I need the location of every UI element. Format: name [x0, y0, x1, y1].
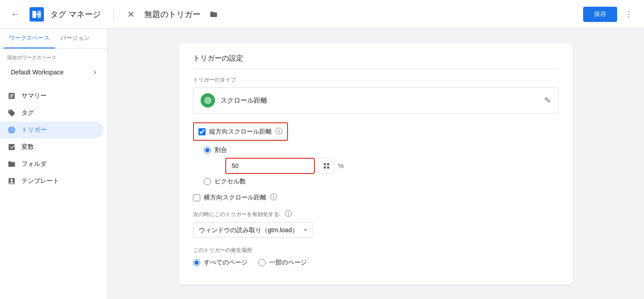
activate-dropdown[interactable]: ウィンドウの読み取り（gtm.load） DOM 読み取り完了（gtm.dom）… [193, 222, 313, 238]
header-divider [113, 9, 114, 20]
sidebar-item-label: タグ [21, 109, 34, 117]
vertical-scroll-label: 縦方向スクロール距離 [209, 128, 272, 136]
some-pages-radio-row: 一部のページ [258, 259, 307, 267]
chevron-icon: › [94, 67, 96, 77]
sidebar-item-label: フォルダ [21, 160, 47, 168]
trigger-type-icon [201, 93, 215, 108]
sidebar-item-triggers[interactable]: トリガー [0, 121, 103, 139]
workspace-label: 現在のワークスペース [7, 54, 100, 61]
svg-rect-5 [327, 163, 329, 165]
folder-icon[interactable] [210, 10, 218, 18]
activate-help-icon[interactable]: ⓘ [285, 210, 292, 217]
sidebar-item-label: トリガー [21, 126, 47, 134]
all-pages-radio[interactable] [193, 259, 200, 266]
trigger-icon [7, 126, 16, 134]
top-bar-right: 保存 ⋮ [583, 6, 637, 22]
workspace-section: 現在のワークスペース Default Workspace › [0, 49, 107, 84]
sidebar-item-tags[interactable]: タグ [0, 104, 103, 121]
ratio-radio-row: 割合 [204, 146, 558, 154]
ratio-unit: % [338, 162, 343, 169]
vertical-help-icon[interactable]: ⓘ [275, 127, 283, 136]
back-button[interactable]: ← [7, 6, 23, 22]
folder-nav-icon [7, 160, 16, 168]
sidebar-tabs: ワークスペース バージョン [0, 29, 107, 49]
svg-rect-3 [32, 13, 41, 15]
pixel-radio-row: ピクセル数 [204, 178, 558, 186]
section-title: トリガーの設定 [193, 54, 558, 69]
type-field-label: トリガーのタイプ [193, 76, 558, 84]
workspace-item[interactable]: Default Workspace › [7, 64, 100, 80]
summary-icon [7, 92, 16, 100]
pixel-label: ピクセル数 [215, 178, 246, 186]
template-icon [7, 177, 16, 185]
sidebar-item-label: 変数 [21, 143, 34, 151]
some-pages-label: 一部のページ [269, 259, 307, 267]
horizontal-scroll-label: 横方向スクロール距離 [204, 194, 266, 202]
workspace-name: Default Workspace [11, 69, 64, 76]
svg-rect-7 [327, 166, 329, 169]
sidebar-item-label: サマリー [21, 92, 47, 100]
horizontal-scroll-checkbox[interactable] [193, 194, 200, 201]
tab-workspace[interactable]: ワークスペース [4, 29, 55, 48]
ratio-input-row: % [225, 158, 558, 174]
all-pages-label: すべてのページ [204, 259, 248, 267]
svg-rect-4 [324, 163, 326, 165]
svg-rect-6 [324, 166, 326, 169]
save-button[interactable]: 保存 [583, 7, 618, 22]
sidebar-item-templates[interactable]: テンプレート [0, 173, 103, 190]
activate-dropdown-row: ウィンドウの読み取り（gtm.load） DOM 読み取り完了（gtm.dom）… [193, 222, 558, 238]
fire-on-options: すべてのページ 一部のページ [193, 259, 558, 270]
sidebar-item-variables[interactable]: 変数 [0, 139, 103, 156]
sidebar-item-summary[interactable]: サマリー [0, 87, 103, 104]
trigger-type-box[interactable]: スクロール距離 ✎ [193, 87, 558, 113]
sidebar: ワークスペース バージョン 現在のワークスペース Default Workspa… [0, 29, 107, 299]
close-button[interactable]: ✕ [123, 6, 139, 22]
all-pages-radio-row: すべてのページ [193, 259, 248, 267]
tag-icon [7, 109, 16, 117]
nav-list: サマリー タグ トリガー 変数 [0, 84, 107, 193]
ratio-radio[interactable] [204, 147, 211, 154]
ratio-label: 割合 [215, 146, 227, 154]
variable-icon [7, 143, 16, 151]
top-bar: ← タグ マネージ ✕ 無題のトリガー 保存 ⋮ [0, 0, 644, 29]
horizontal-scroll-row: 横方向スクロール距離 ⓘ [193, 193, 558, 202]
more-options-button[interactable]: ⋮ [621, 6, 637, 22]
activate-label: 次の時にこのトリガーを有効化する: ⓘ [193, 209, 558, 219]
main-layout: ワークスペース バージョン 現在のワークスペース Default Workspa… [0, 29, 644, 299]
tab-version[interactable]: バージョン [55, 29, 95, 48]
sidebar-item-folders[interactable]: フォルダ [0, 156, 103, 173]
content-area: トリガーの設定 トリガーのタイプ スクロール距離 ✎ 縦方向スクロール距離 ⓘ [107, 29, 644, 299]
ratio-value-input[interactable] [225, 158, 315, 174]
gtm-logo [29, 6, 45, 22]
sidebar-item-label: テンプレート [21, 177, 59, 185]
app-name: タグ マネージ [50, 9, 101, 20]
some-pages-radio[interactable] [258, 259, 266, 266]
trigger-type-name: スクロール距離 [220, 96, 544, 105]
vertical-scroll-row: 縦方向スクロール距離 ⓘ [193, 122, 288, 141]
edit-icon[interactable]: ✎ [544, 95, 551, 105]
fire-on-label: このトリガーの発生場所 [193, 247, 558, 254]
scroll-type-radio-group: 割合 % ピクセル数 [204, 146, 558, 186]
trigger-card: トリガーの設定 トリガーのタイプ スクロール距離 ✎ 縦方向スクロール距離 ⓘ [179, 43, 573, 285]
horizontal-help-icon[interactable]: ⓘ [270, 193, 277, 202]
vertical-scroll-checkbox[interactable] [198, 128, 206, 135]
variable-button[interactable] [318, 158, 335, 174]
trigger-title: 無題のトリガー [144, 9, 201, 20]
pixel-radio[interactable] [204, 178, 211, 185]
